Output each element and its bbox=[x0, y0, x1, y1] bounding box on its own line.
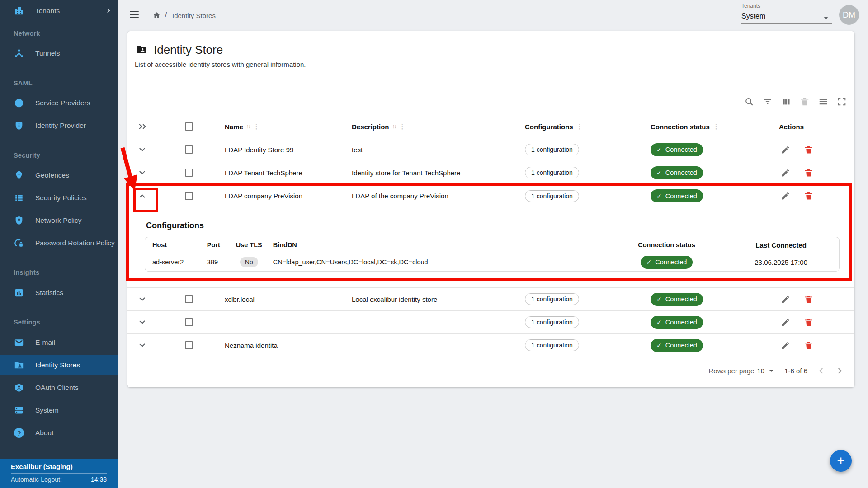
sidebar-item-identity-stores[interactable]: Identity Stores bbox=[0, 355, 118, 375]
edit-button[interactable] bbox=[777, 188, 794, 205]
row-checkbox[interactable] bbox=[185, 318, 193, 326]
sidebar-item-security-policies[interactable]: Security Policies bbox=[0, 188, 118, 208]
previous-page-icon[interactable] bbox=[819, 368, 825, 374]
breadcrumb-separator: / bbox=[165, 11, 167, 19]
column-menu-icon[interactable]: ⋮ bbox=[253, 122, 260, 131]
column-header-configurations[interactable]: Configurations bbox=[525, 123, 573, 131]
edit-button[interactable] bbox=[777, 337, 794, 354]
configurations-chip[interactable]: 1 configuration bbox=[525, 339, 579, 351]
sidebar-item-tunnels[interactable]: Tunnels bbox=[0, 43, 118, 63]
status-badge: ✓Connected bbox=[651, 316, 703, 329]
menu-toggle-icon[interactable] bbox=[130, 11, 139, 18]
cell-name: LDAP Tenant TechSphere bbox=[197, 169, 331, 177]
sidebar-item-network-policy[interactable]: Network Policy bbox=[0, 211, 118, 230]
sidebar-section-insights: Insights bbox=[14, 269, 39, 276]
expand-row-icon[interactable] bbox=[139, 169, 145, 174]
row-checkbox[interactable] bbox=[185, 341, 193, 349]
breadcrumb-current[interactable]: Identity Stores bbox=[172, 12, 216, 19]
fullscreen-icon[interactable] bbox=[836, 96, 847, 107]
cell-description: Local excalibur identity store bbox=[331, 296, 516, 303]
configurations-chip[interactable]: 1 configuration bbox=[525, 190, 579, 202]
sidebar-item-label: Security Policies bbox=[35, 194, 87, 202]
edit-button[interactable] bbox=[777, 141, 794, 158]
sidebar-item-identity-provider[interactable]: Identity Provider bbox=[0, 116, 118, 136]
edit-button[interactable] bbox=[777, 291, 794, 308]
configurations-chip[interactable]: 1 configuration bbox=[525, 316, 579, 328]
sidebar-item-password-rotation-policy[interactable]: Password Rotation Policy bbox=[0, 233, 118, 253]
table-row: Neznama identita 1 configuration ✓Connec… bbox=[127, 334, 854, 357]
sidebar-item-oauth-clients[interactable]: OAuth Clients bbox=[0, 378, 118, 398]
status-badge: ✓Connected bbox=[651, 293, 703, 306]
sidebar-section-saml: SAML bbox=[14, 80, 33, 87]
check-icon: ✓ bbox=[656, 192, 662, 200]
collapse-row-icon[interactable] bbox=[139, 194, 145, 200]
check-icon: ✓ bbox=[656, 296, 662, 303]
edit-button[interactable] bbox=[777, 314, 794, 331]
sidebar-item-service-providers[interactable]: Service Providers bbox=[0, 93, 118, 113]
auto-logout-label: Automatic Logout: bbox=[11, 476, 62, 483]
column-header-description[interactable]: Description bbox=[352, 123, 389, 131]
columns-icon[interactable] bbox=[781, 96, 791, 107]
delete-icon[interactable] bbox=[799, 96, 810, 107]
sidebar-item-tenants[interactable]: Tenants bbox=[0, 1, 118, 21]
delete-button[interactable] bbox=[800, 291, 817, 308]
cell-description: test bbox=[331, 146, 516, 154]
sidebar-item-email[interactable]: E-mail bbox=[0, 333, 118, 352]
column-menu-icon[interactable]: ⋮ bbox=[576, 122, 583, 131]
density-icon[interactable] bbox=[818, 96, 828, 107]
sidebar-item-statistics[interactable]: Statistics bbox=[0, 283, 118, 303]
expand-all-icon[interactable] bbox=[138, 123, 146, 130]
configurations-chip[interactable]: 1 configuration bbox=[525, 144, 579, 155]
tenant-select[interactable]: System bbox=[741, 12, 832, 24]
rows-per-page-select[interactable]: Rows per page 10 bbox=[709, 367, 774, 375]
next-page-icon[interactable] bbox=[836, 368, 842, 374]
chevron-down-icon bbox=[769, 370, 774, 372]
sidebar-item-label: About bbox=[35, 429, 54, 437]
expand-row-icon[interactable] bbox=[139, 318, 145, 324]
sidebar-item-about[interactable]: ? About bbox=[0, 423, 118, 443]
expand-row-icon[interactable] bbox=[139, 341, 145, 347]
delete-button[interactable] bbox=[800, 314, 817, 331]
page-title: Identity Store bbox=[154, 43, 223, 57]
delete-button[interactable] bbox=[800, 337, 817, 354]
home-icon[interactable] bbox=[153, 11, 160, 19]
column-menu-icon[interactable]: ⋮ bbox=[399, 122, 406, 131]
sidebar-item-system[interactable]: System bbox=[0, 400, 118, 420]
sort-icon[interactable]: ↑↓ bbox=[392, 123, 396, 130]
check-icon: ✓ bbox=[656, 146, 662, 153]
config-header-use-tls: Use TLS bbox=[231, 241, 267, 249]
config-binddn: CN=ldap_user,CN=Users,DC=local,DC=sk,DC=… bbox=[267, 258, 610, 266]
row-checkbox[interactable] bbox=[185, 192, 193, 200]
search-icon[interactable] bbox=[744, 96, 754, 107]
cell-description: LDAP of the company PreVision bbox=[331, 192, 516, 200]
config-header-connection-status: Connection status bbox=[610, 241, 723, 249]
sidebar-footer: Excalibur (Staging) Automatic Logout: 14… bbox=[0, 459, 118, 488]
add-button[interactable]: + bbox=[830, 450, 852, 472]
sidebar-item-geofences[interactable]: Geofences bbox=[0, 165, 118, 185]
row-checkbox[interactable] bbox=[185, 295, 193, 303]
config-header-host: Host bbox=[145, 241, 199, 249]
table-row: 1 configuration ✓Connected bbox=[127, 311, 854, 334]
expand-row-icon[interactable] bbox=[139, 295, 145, 301]
configurations-chip[interactable]: 1 configuration bbox=[525, 293, 579, 305]
environment-label: Excalibur (Staging) bbox=[11, 463, 107, 470]
identity-store-card: Identity Store List of accessible identi… bbox=[127, 31, 854, 387]
column-header-connection-status[interactable]: Connection status bbox=[651, 123, 710, 131]
expand-row-icon[interactable] bbox=[139, 145, 145, 151]
select-all-checkbox[interactable] bbox=[185, 122, 193, 131]
edit-button[interactable] bbox=[777, 164, 794, 181]
status-badge: ✓Connected bbox=[641, 256, 693, 269]
avatar[interactable]: DM bbox=[839, 5, 859, 25]
sort-icon[interactable]: ↑↓ bbox=[246, 123, 250, 130]
filter-icon[interactable] bbox=[762, 96, 773, 107]
configurations-title: Configurations bbox=[146, 207, 854, 230]
column-menu-icon[interactable]: ⋮ bbox=[713, 122, 720, 131]
delete-button[interactable] bbox=[800, 188, 817, 205]
column-header-name[interactable]: Name bbox=[225, 123, 243, 131]
sidebar-item-label: Password Rotation Policy bbox=[35, 239, 115, 247]
configurations-chip[interactable]: 1 configuration bbox=[525, 167, 579, 178]
delete-button[interactable] bbox=[800, 164, 817, 181]
row-checkbox[interactable] bbox=[185, 169, 193, 177]
row-checkbox[interactable] bbox=[185, 145, 193, 154]
delete-button[interactable] bbox=[800, 141, 817, 158]
